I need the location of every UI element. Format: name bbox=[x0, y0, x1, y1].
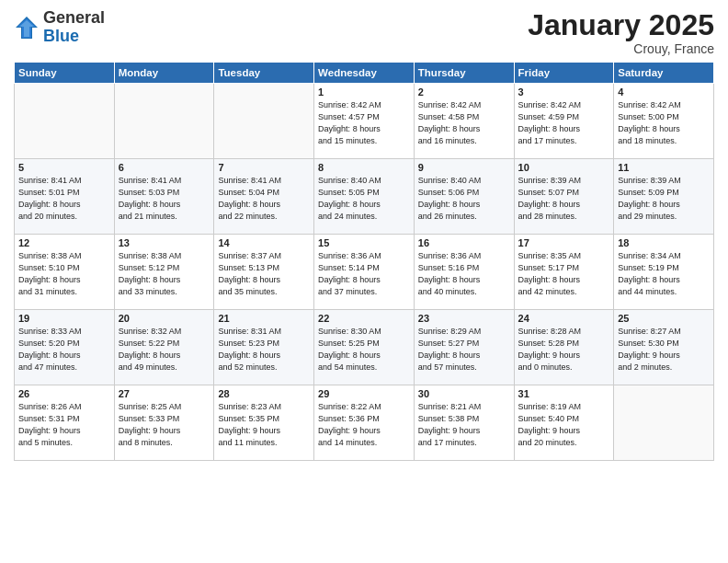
header-monday: Monday bbox=[114, 63, 214, 84]
day-info: Sunrise: 8:34 AMSunset: 5:19 PMDaylight:… bbox=[618, 250, 710, 298]
calendar-cell: 21Sunrise: 8:31 AMSunset: 5:23 PMDayligh… bbox=[214, 310, 314, 385]
header-tuesday: Tuesday bbox=[214, 63, 314, 84]
day-number: 7 bbox=[218, 162, 310, 173]
calendar-cell: 12Sunrise: 8:38 AMSunset: 5:10 PMDayligh… bbox=[15, 235, 115, 310]
calendar-cell: 29Sunrise: 8:22 AMSunset: 5:36 PMDayligh… bbox=[314, 385, 415, 461]
header-sunday: Sunday bbox=[15, 63, 115, 84]
day-number: 20 bbox=[119, 313, 210, 324]
day-number: 11 bbox=[618, 162, 710, 173]
day-info: Sunrise: 8:36 AMSunset: 5:14 PMDaylight:… bbox=[318, 250, 410, 298]
day-number: 17 bbox=[518, 237, 610, 248]
calendar-cell: 13Sunrise: 8:38 AMSunset: 5:12 PMDayligh… bbox=[114, 235, 214, 310]
day-number: 28 bbox=[218, 388, 310, 399]
day-info: Sunrise: 8:42 AMSunset: 5:00 PMDaylight:… bbox=[618, 99, 710, 147]
header-friday: Friday bbox=[514, 63, 614, 84]
day-number: 21 bbox=[218, 313, 310, 324]
calendar-cell: 27Sunrise: 8:25 AMSunset: 5:33 PMDayligh… bbox=[114, 385, 214, 461]
week-row-2: 12Sunrise: 8:38 AMSunset: 5:10 PMDayligh… bbox=[15, 235, 714, 310]
day-info: Sunrise: 8:38 AMSunset: 5:12 PMDaylight:… bbox=[119, 250, 210, 298]
day-number: 15 bbox=[318, 237, 410, 248]
calendar-cell: 3Sunrise: 8:42 AMSunset: 4:59 PMDaylight… bbox=[514, 84, 614, 159]
day-number: 4 bbox=[618, 86, 710, 98]
day-number: 8 bbox=[318, 162, 410, 173]
calendar-cell: 18Sunrise: 8:34 AMSunset: 5:19 PMDayligh… bbox=[614, 235, 714, 310]
day-info: Sunrise: 8:38 AMSunset: 5:10 PMDaylight:… bbox=[18, 250, 110, 298]
day-info: Sunrise: 8:41 AMSunset: 5:03 PMDaylight:… bbox=[119, 175, 210, 223]
calendar-cell: 9Sunrise: 8:40 AMSunset: 5:06 PMDaylight… bbox=[414, 159, 514, 235]
calendar-cell bbox=[614, 385, 714, 461]
logo-icon bbox=[14, 15, 40, 40]
day-number: 30 bbox=[418, 388, 510, 399]
day-info: Sunrise: 8:21 AMSunset: 5:38 PMDaylight:… bbox=[418, 401, 510, 449]
location: Crouy, France bbox=[528, 41, 714, 56]
day-number: 16 bbox=[418, 237, 510, 248]
calendar-cell: 20Sunrise: 8:32 AMSunset: 5:22 PMDayligh… bbox=[114, 310, 214, 385]
day-info: Sunrise: 8:35 AMSunset: 5:17 PMDaylight:… bbox=[518, 250, 610, 298]
day-number: 2 bbox=[418, 86, 510, 98]
day-number: 13 bbox=[119, 237, 210, 248]
day-info: Sunrise: 8:23 AMSunset: 5:35 PMDaylight:… bbox=[218, 401, 310, 449]
calendar-cell: 4Sunrise: 8:42 AMSunset: 5:00 PMDaylight… bbox=[614, 84, 714, 159]
day-info: Sunrise: 8:41 AMSunset: 5:04 PMDaylight:… bbox=[218, 175, 310, 223]
calendar-cell bbox=[214, 84, 314, 159]
day-info: Sunrise: 8:22 AMSunset: 5:36 PMDaylight:… bbox=[318, 401, 410, 449]
logo-general: General bbox=[43, 8, 105, 27]
logo-text: General Blue bbox=[43, 9, 105, 46]
day-number: 14 bbox=[218, 237, 310, 248]
day-number: 6 bbox=[119, 162, 210, 173]
day-info: Sunrise: 8:39 AMSunset: 5:09 PMDaylight:… bbox=[618, 175, 710, 223]
week-row-3: 19Sunrise: 8:33 AMSunset: 5:20 PMDayligh… bbox=[15, 310, 714, 385]
day-info: Sunrise: 8:42 AMSunset: 4:57 PMDaylight:… bbox=[318, 99, 410, 147]
calendar-cell bbox=[15, 84, 115, 159]
calendar-cell: 23Sunrise: 8:29 AMSunset: 5:27 PMDayligh… bbox=[414, 310, 514, 385]
calendar-cell: 11Sunrise: 8:39 AMSunset: 5:09 PMDayligh… bbox=[614, 159, 714, 235]
day-info: Sunrise: 8:32 AMSunset: 5:22 PMDaylight:… bbox=[119, 326, 210, 373]
day-number: 22 bbox=[318, 313, 410, 324]
calendar-cell: 22Sunrise: 8:30 AMSunset: 5:25 PMDayligh… bbox=[314, 310, 415, 385]
day-number: 19 bbox=[18, 313, 110, 324]
day-info: Sunrise: 8:19 AMSunset: 5:40 PMDaylight:… bbox=[518, 401, 610, 449]
calendar-cell: 24Sunrise: 8:28 AMSunset: 5:28 PMDayligh… bbox=[514, 310, 614, 385]
day-number: 24 bbox=[518, 313, 610, 324]
day-number: 12 bbox=[18, 237, 110, 248]
header: General Blue January 2025 Crouy, France bbox=[14, 9, 714, 56]
calendar-cell: 17Sunrise: 8:35 AMSunset: 5:17 PMDayligh… bbox=[514, 235, 614, 310]
week-row-1: 5Sunrise: 8:41 AMSunset: 5:01 PMDaylight… bbox=[15, 159, 714, 235]
calendar-cell: 1Sunrise: 8:42 AMSunset: 4:57 PMDaylight… bbox=[314, 84, 415, 159]
calendar-cell bbox=[114, 84, 214, 159]
header-saturday: Saturday bbox=[614, 63, 714, 84]
day-info: Sunrise: 8:33 AMSunset: 5:20 PMDaylight:… bbox=[18, 326, 110, 373]
day-info: Sunrise: 8:42 AMSunset: 4:58 PMDaylight:… bbox=[418, 99, 510, 147]
calendar-cell: 25Sunrise: 8:27 AMSunset: 5:30 PMDayligh… bbox=[614, 310, 714, 385]
header-thursday: Thursday bbox=[414, 63, 514, 84]
calendar-cell: 2Sunrise: 8:42 AMSunset: 4:58 PMDaylight… bbox=[414, 84, 514, 159]
calendar-cell: 19Sunrise: 8:33 AMSunset: 5:20 PMDayligh… bbox=[15, 310, 115, 385]
calendar-cell: 8Sunrise: 8:40 AMSunset: 5:05 PMDaylight… bbox=[314, 159, 415, 235]
calendar-cell: 7Sunrise: 8:41 AMSunset: 5:04 PMDaylight… bbox=[214, 159, 314, 235]
header-wednesday: Wednesday bbox=[314, 63, 415, 84]
day-number: 5 bbox=[18, 162, 110, 173]
page: General Blue January 2025 Crouy, France … bbox=[0, 0, 728, 563]
day-info: Sunrise: 8:25 AMSunset: 5:33 PMDaylight:… bbox=[119, 401, 210, 449]
weekday-header-row: Sunday Monday Tuesday Wednesday Thursday… bbox=[15, 63, 714, 84]
day-info: Sunrise: 8:40 AMSunset: 5:06 PMDaylight:… bbox=[418, 175, 510, 223]
calendar-cell: 31Sunrise: 8:19 AMSunset: 5:40 PMDayligh… bbox=[514, 385, 614, 461]
logo-blue: Blue bbox=[43, 27, 79, 45]
week-row-4: 26Sunrise: 8:26 AMSunset: 5:31 PMDayligh… bbox=[15, 385, 714, 461]
day-number: 10 bbox=[518, 162, 610, 173]
day-info: Sunrise: 8:40 AMSunset: 5:05 PMDaylight:… bbox=[318, 175, 410, 223]
calendar-cell: 10Sunrise: 8:39 AMSunset: 5:07 PMDayligh… bbox=[514, 159, 614, 235]
calendar-cell: 6Sunrise: 8:41 AMSunset: 5:03 PMDaylight… bbox=[114, 159, 214, 235]
calendar-cell: 26Sunrise: 8:26 AMSunset: 5:31 PMDayligh… bbox=[15, 385, 115, 461]
day-number: 27 bbox=[119, 388, 210, 399]
calendar-cell: 16Sunrise: 8:36 AMSunset: 5:16 PMDayligh… bbox=[414, 235, 514, 310]
calendar: Sunday Monday Tuesday Wednesday Thursday… bbox=[14, 62, 714, 461]
day-info: Sunrise: 8:31 AMSunset: 5:23 PMDaylight:… bbox=[218, 326, 310, 373]
day-info: Sunrise: 8:26 AMSunset: 5:31 PMDaylight:… bbox=[18, 401, 110, 449]
day-info: Sunrise: 8:29 AMSunset: 5:27 PMDaylight:… bbox=[418, 326, 510, 373]
day-info: Sunrise: 8:28 AMSunset: 5:28 PMDaylight:… bbox=[518, 326, 610, 373]
calendar-cell: 28Sunrise: 8:23 AMSunset: 5:35 PMDayligh… bbox=[214, 385, 314, 461]
day-number: 31 bbox=[518, 388, 610, 399]
day-info: Sunrise: 8:27 AMSunset: 5:30 PMDaylight:… bbox=[618, 326, 710, 373]
calendar-cell: 14Sunrise: 8:37 AMSunset: 5:13 PMDayligh… bbox=[214, 235, 314, 310]
